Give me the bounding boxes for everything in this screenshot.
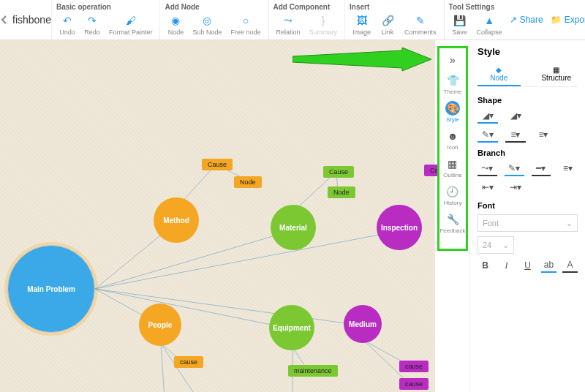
bold-button[interactable]: B bbox=[478, 258, 493, 273]
image-button[interactable]: 🖼Image bbox=[350, 12, 374, 37]
border-style-button[interactable]: ≡▾ bbox=[505, 128, 526, 143]
tag-cause-method[interactable]: Cause bbox=[202, 159, 233, 170]
font-select[interactable]: Font⌄ bbox=[478, 214, 578, 232]
branch-line-button[interactable]: ━▾ bbox=[532, 162, 551, 176]
fill-button[interactable]: ◢▾ bbox=[478, 109, 498, 124]
summary-icon: } bbox=[317, 14, 330, 27]
outline-button[interactable]: ▦Outline bbox=[442, 155, 463, 180]
node-medium[interactable]: Medium bbox=[344, 305, 382, 343]
export-button[interactable]: 📁Export bbox=[551, 15, 585, 25]
shirt-icon: 👕 bbox=[445, 73, 460, 88]
section-basic: Basic operation ↶Undo ↷Redo 🖌Format Pain… bbox=[51, 0, 160, 39]
redo-icon: ↷ bbox=[86, 14, 99, 27]
node-icon: ◉ bbox=[169, 14, 182, 27]
comments-icon: ✎ bbox=[414, 14, 427, 27]
link-button[interactable]: 🔗Link bbox=[377, 12, 399, 37]
icon-button[interactable]: ☻Icon bbox=[444, 127, 461, 152]
color-button[interactable]: A bbox=[562, 258, 578, 273]
node-inspection[interactable]: Inspection bbox=[377, 205, 422, 250]
section-title-basic: Basic operation bbox=[56, 3, 156, 11]
section-title-addnode: Add Node bbox=[165, 3, 263, 11]
tag-cause-material[interactable]: Cause bbox=[323, 166, 354, 178]
font-size-select[interactable]: 24⌄ bbox=[478, 236, 514, 254]
wrench-icon: 🔧 bbox=[445, 212, 460, 227]
clock-icon: 🕘 bbox=[445, 184, 460, 199]
theme-button[interactable]: 👕Theme bbox=[442, 72, 464, 97]
section-title-tool: Tool Settings bbox=[449, 3, 505, 11]
topbar: fishbone Basic operation ↶Undo ↷Redo 🖌Fo… bbox=[0, 0, 585, 40]
expand-button[interactable]: » bbox=[444, 51, 461, 69]
save-button[interactable]: 💾Save bbox=[449, 12, 471, 37]
node-people[interactable]: People bbox=[139, 304, 181, 346]
back-button[interactable] bbox=[0, 0, 9, 39]
undo-button[interactable]: ↶Undo bbox=[56, 12, 78, 37]
grid-icon: ▦ bbox=[445, 157, 460, 171]
share-icon: ↗ bbox=[510, 15, 517, 25]
subnode-icon: ◎ bbox=[200, 14, 214, 27]
chevron-down-icon: ⌄ bbox=[566, 219, 573, 228]
panel-title: Style bbox=[478, 46, 578, 57]
highlight-button[interactable]: ab bbox=[541, 258, 556, 273]
section-insert: Insert 🖼Image 🔗Link ✎Comments bbox=[344, 0, 444, 39]
side-toolbar: » 👕Theme 🎨Style ☻Icon ▦Outline 🕘History … bbox=[437, 46, 468, 251]
chevron-down-icon: ⌄ bbox=[502, 241, 509, 250]
fill2-button[interactable]: ◢▾ bbox=[505, 109, 526, 124]
section-title-insert: Insert bbox=[350, 3, 439, 11]
structure-tab-icon: ▦ bbox=[553, 66, 559, 74]
format-painter-button[interactable]: 🖌Format Painter bbox=[106, 12, 156, 37]
underline-button[interactable]: U bbox=[520, 258, 535, 273]
tag-cause-medium2[interactable]: cause bbox=[399, 378, 429, 390]
collapse-icon: ▲ bbox=[483, 14, 496, 27]
italic-button[interactable]: I bbox=[499, 258, 514, 273]
smile-icon: ☻ bbox=[445, 129, 460, 143]
relation-button[interactable]: ⤳Relation bbox=[273, 12, 303, 37]
tag-cause-medium1[interactable]: cause bbox=[399, 361, 429, 372]
tab-node[interactable]: ◆Node bbox=[478, 63, 521, 86]
redo-button[interactable]: ↷Redo bbox=[81, 12, 103, 37]
stroke-button[interactable]: ✎▾ bbox=[478, 128, 498, 143]
share-button[interactable]: ↗Share bbox=[510, 15, 543, 25]
tag-node-material[interactable]: Node bbox=[328, 186, 355, 198]
save-icon: 💾 bbox=[453, 14, 467, 27]
svg-line-1 bbox=[95, 230, 292, 289]
section-branch: Branch bbox=[478, 148, 578, 157]
tag-cause-people[interactable]: cause bbox=[174, 356, 203, 368]
image-icon: 🖼 bbox=[355, 14, 369, 27]
node-material[interactable]: Material bbox=[271, 205, 316, 250]
tab-structure[interactable]: ▦Structure bbox=[535, 63, 578, 86]
summary-button[interactable]: }Summary bbox=[306, 12, 341, 37]
section-shape: Shape bbox=[478, 96, 578, 105]
indent-in-button[interactable]: ⇥▾ bbox=[505, 181, 526, 195]
node-method[interactable]: Method bbox=[154, 197, 199, 243]
link-icon: 🔗 bbox=[381, 14, 394, 27]
relation-icon: ⤳ bbox=[282, 14, 295, 27]
node-equipment[interactable]: Equipment bbox=[269, 305, 314, 350]
subnode-button[interactable]: ◎Sub Node bbox=[189, 12, 224, 37]
document-title: fishbone bbox=[9, 0, 51, 39]
tag-node-method[interactable]: Node bbox=[234, 176, 262, 188]
chevron-left-icon bbox=[0, 15, 9, 24]
collapse-button[interactable]: ▲Collapse bbox=[474, 12, 505, 37]
feedback-button[interactable]: 🔧Feedback bbox=[438, 211, 467, 235]
section-title-addcomp: Add Component bbox=[273, 3, 341, 11]
section-addnode: Add Node ◉Node ◎Sub Node ○Free node bbox=[159, 0, 268, 39]
branch-width-button[interactable]: ≡▾ bbox=[558, 162, 578, 176]
chevron-right-icon: » bbox=[445, 53, 460, 67]
style-button[interactable]: 🎨Style bbox=[444, 99, 461, 124]
history-button[interactable]: 🕘History bbox=[442, 183, 464, 208]
canvas[interactable]: Main Problem Method Material Inspection … bbox=[0, 40, 435, 392]
svg-line-4 bbox=[95, 289, 292, 329]
node-main-problem[interactable]: Main Problem bbox=[7, 245, 95, 333]
section-font: Font bbox=[478, 201, 578, 210]
branch-style-button[interactable]: ⤳▾ bbox=[478, 162, 497, 176]
svg-line-2 bbox=[95, 230, 402, 289]
branch-color-button[interactable]: ✎▾ bbox=[505, 162, 524, 176]
tag-maintenance[interactable]: maintenance bbox=[288, 365, 338, 377]
comments-button[interactable]: ✎Comments bbox=[401, 12, 439, 37]
node-button[interactable]: ◉Node bbox=[165, 12, 186, 37]
section-addcomp: Add Component ⤳Relation }Summary bbox=[268, 0, 345, 39]
indent-out-button[interactable]: ⇤▾ bbox=[478, 181, 498, 195]
freenode-button[interactable]: ○Free node bbox=[228, 12, 264, 37]
export-icon: 📁 bbox=[551, 15, 562, 25]
border-width-button[interactable]: ≡▾ bbox=[533, 128, 554, 143]
